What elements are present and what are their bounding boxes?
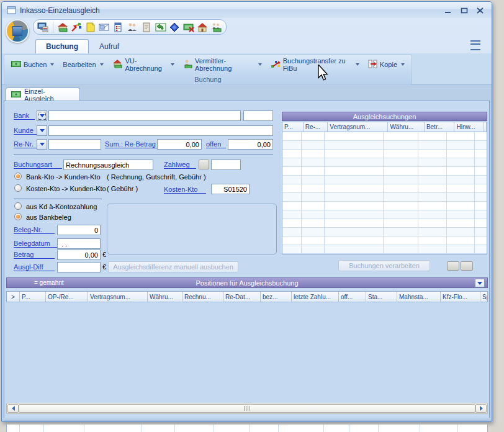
- tab-einzel-ausgleich[interactable]: Einzel-Ausgleich: [6, 88, 80, 101]
- column-header[interactable]: Sta...: [366, 292, 397, 302]
- buchungstransfer-fibu-button[interactable]: Buchungstransfer zu FiBu: [266, 57, 364, 72]
- desktop-icon[interactable]: [37, 21, 49, 34]
- bank-input[interactable]: [48, 110, 241, 121]
- list-icon[interactable]: [113, 21, 125, 34]
- bank-dropdown-button[interactable]: [37, 110, 47, 121]
- sum-re-betrag-input[interactable]: [157, 139, 202, 150]
- buchungen-verarbeiten-button[interactable]: Buchungen verarbeiten: [338, 260, 430, 271]
- kopie-button[interactable]: Kopie: [364, 57, 409, 72]
- house-icon[interactable]: [197, 21, 209, 34]
- money-icon: [11, 60, 21, 69]
- contract-icon[interactable]: [141, 21, 153, 34]
- belegdatum-label[interactable]: Belegdatum: [14, 240, 57, 248]
- column-header[interactable]: P...: [20, 292, 46, 302]
- positionen-dropdown-button[interactable]: [475, 279, 485, 287]
- column-header[interactable]: P...: [282, 122, 304, 132]
- ribbon-menu-icon[interactable]: [470, 40, 480, 50]
- akonto-radio-label[interactable]: aus Kd à-Kontozahlung: [26, 203, 97, 210]
- ausbuchen-button[interactable]: Ausgleichsdifferenz manuell ausbuchen: [108, 261, 238, 272]
- undo-icon[interactable]: [155, 21, 166, 34]
- column-header[interactable]: Betr...: [425, 122, 455, 132]
- buchungsart-input[interactable]: [63, 160, 153, 170]
- beleg-nr-label[interactable]: Beleg-Nr.: [14, 226, 55, 234]
- bank-kto-radio[interactable]: [14, 173, 22, 180]
- buchungsart-label[interactable]: Buchungsart: [14, 161, 62, 169]
- transfer-arrow-icon[interactable]: [71, 21, 83, 34]
- kosten-kto-label[interactable]: Kosten-Kto: [164, 186, 206, 194]
- document-icon[interactable]: [85, 21, 97, 34]
- ausgl-diff-input[interactable]: [57, 262, 101, 272]
- beleg-nr-input[interactable]: [57, 225, 101, 235]
- akonto-radio[interactable]: [14, 202, 22, 210]
- people-icon[interactable]: [127, 21, 138, 34]
- scroll-left-button[interactable]: [7, 404, 19, 413]
- close-button[interactable]: [475, 7, 485, 15]
- vu-house-money-icon[interactable]: [56, 21, 68, 34]
- bankbeleg-radio[interactable]: [14, 213, 22, 220]
- tab-buchung[interactable]: Buchung: [35, 39, 89, 53]
- column-header[interactable]: Vertragsnum...: [328, 122, 388, 132]
- offen-label[interactable]: offen: [206, 140, 226, 148]
- column-header[interactable]: >: [7, 292, 20, 302]
- column-header[interactable]: letzte Zahlu...: [292, 292, 339, 302]
- column-header[interactable]: Währu...: [148, 292, 182, 302]
- mini-button-2[interactable]: [461, 261, 473, 271]
- horizontal-scrollbar[interactable]: [6, 403, 488, 414]
- tab-aufruf[interactable]: Aufruf: [89, 39, 130, 53]
- column-header[interactable]: Re-...: [304, 122, 328, 132]
- column-header[interactable]: Währu...: [388, 122, 424, 132]
- belegdatum-input[interactable]: [57, 238, 101, 249]
- scrollbar-thumb[interactable]: [19, 404, 475, 413]
- column-header[interactable]: off...: [339, 292, 366, 302]
- money-cancel-icon[interactable]: [182, 21, 194, 34]
- column-header[interactable]: OP-/Re...: [46, 292, 88, 302]
- bank-aux-input[interactable]: [243, 110, 273, 121]
- chevron-down-icon: [401, 63, 405, 66]
- envelope-icon[interactable]: [99, 21, 110, 34]
- app-logo-button[interactable]: [6, 19, 29, 43]
- divider: [14, 199, 102, 199]
- re-nr-input[interactable]: [48, 139, 101, 150]
- column-header[interactable]: bez...: [261, 292, 292, 302]
- column-header[interactable]: Splitbuchu...: [480, 292, 487, 302]
- kunde-input[interactable]: [48, 125, 273, 136]
- column-header[interactable]: Hinw...: [454, 122, 484, 132]
- zahlweg-browse-button[interactable]: [199, 160, 209, 169]
- arrow-left-icon: [12, 406, 15, 411]
- re-nr-dropdown-button[interactable]: [37, 139, 47, 150]
- scroll-right-button[interactable]: [475, 404, 487, 413]
- column-header[interactable]: Re-Dat...: [223, 292, 261, 302]
- kosten-kto-input[interactable]: [211, 184, 250, 194]
- column-header[interactable]: Mahnsta...: [397, 292, 441, 302]
- people-money-icon[interactable]: [210, 21, 222, 34]
- bank-kto-radio-label[interactable]: Bank-Kto -> Kunden-Kto: [26, 173, 101, 181]
- zahlweg-input[interactable]: [211, 160, 241, 170]
- vermittler-abrechnung-button[interactable]: Vermittler-Abrechnung: [179, 57, 266, 72]
- kosten-kto-radio[interactable]: [14, 184, 22, 192]
- bankbeleg-radio-label[interactable]: aus Bankbeleg: [26, 214, 71, 221]
- kosten-kto-radio-label[interactable]: Kosten-Kto -> Kunden-Kto: [26, 185, 106, 192]
- column-header[interactable]: Rechnu...: [182, 292, 223, 302]
- ausgl-diff-label[interactable]: Ausgl-Diff: [14, 263, 55, 271]
- maximize-button[interactable]: [459, 7, 469, 15]
- betrag-input[interactable]: [57, 250, 101, 260]
- buchen-button[interactable]: Buchen: [7, 57, 58, 72]
- zahlweg-label[interactable]: Zahlweg: [164, 161, 196, 169]
- titlebar[interactable]: Inkasso-Einzelausgleich: [2, 2, 492, 18]
- bank-label[interactable]: Bank: [14, 112, 35, 120]
- offen-input[interactable]: [228, 139, 273, 150]
- ausgl-diff-currency: €: [102, 263, 106, 271]
- positionen-table-body: [6, 425, 488, 432]
- kunde-dropdown-button[interactable]: [37, 125, 47, 136]
- mini-button-1[interactable]: [447, 261, 459, 271]
- sum-re-betrag-label[interactable]: Sum.: Re-Betrag: [105, 140, 157, 148]
- diamond-icon[interactable]: [169, 21, 181, 34]
- column-header[interactable]: Kfz-Flo...: [441, 292, 480, 302]
- kunde-label[interactable]: Kunde: [14, 127, 37, 135]
- column-header[interactable]: Vertragsnum...: [88, 292, 148, 302]
- minimize-button[interactable]: [443, 7, 453, 15]
- vu-abrechnung-button[interactable]: VU-Abrechnung: [108, 57, 179, 72]
- betrag-label[interactable]: Betrag: [14, 251, 55, 259]
- re-nr-label[interactable]: Re-Nr.: [14, 140, 37, 148]
- bearbeiten-button[interactable]: Bearbeiten: [58, 57, 107, 72]
